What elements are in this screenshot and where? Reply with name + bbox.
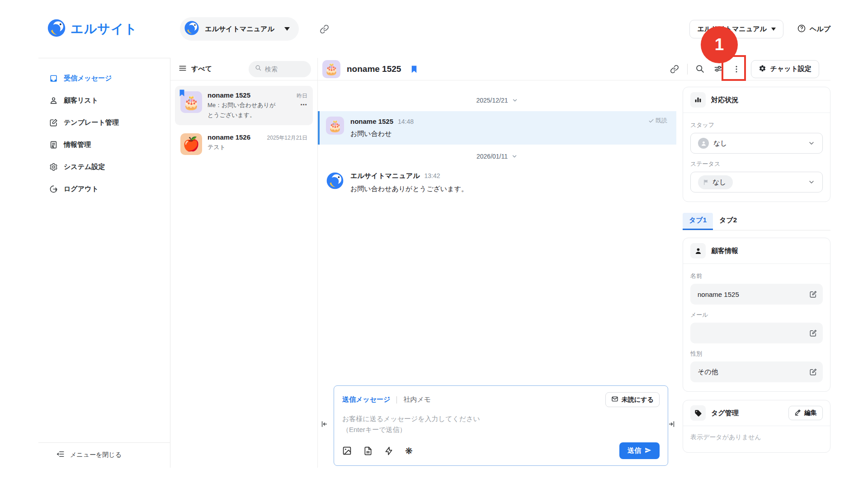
- message-input[interactable]: お客様に送るメッセージを入力してください （Enterキーで送信）: [342, 413, 660, 442]
- edit-icon[interactable]: [809, 329, 817, 337]
- date-divider[interactable]: 2026/01/11: [318, 153, 676, 160]
- chat-item-content: noname 1525 昨日 Me：お問い合わせありが ⋯ とうございます。: [208, 91, 307, 120]
- customer-card-title: 顧客情報: [711, 247, 738, 255]
- collapse-menu-label: メニューを閉じる: [70, 451, 122, 459]
- template-icon: [49, 118, 58, 127]
- name-label: 名前: [690, 272, 823, 280]
- chevron-down-icon: [808, 178, 815, 186]
- message-area: 2025/12/21 🎂 noname 1525 14:48: [318, 80, 676, 468]
- sidebar-item-label: システム設定: [64, 163, 105, 171]
- search-icon[interactable]: [691, 60, 709, 78]
- attach-file-icon[interactable]: [363, 446, 373, 455]
- message-time: 13:42: [425, 172, 440, 179]
- name-field: noname 1525: [690, 284, 823, 305]
- chat-toolbar: チャット設定: [665, 60, 819, 78]
- staff-select[interactable]: なし: [690, 133, 823, 154]
- help-label: ヘルプ: [810, 25, 830, 33]
- info-doc-icon: [49, 141, 58, 149]
- chevron-down-icon: [284, 27, 290, 31]
- copy-link-icon[interactable]: [320, 24, 329, 34]
- person-circle-icon: [698, 138, 709, 149]
- send-label: 送信: [627, 446, 641, 455]
- person-icon: [690, 243, 706, 258]
- more-options-icon[interactable]: ⋯: [300, 101, 307, 109]
- filter-sliders-icon[interactable]: [709, 60, 727, 78]
- message-row[interactable]: 🎂 noname 1525 14:48 既読 お問い: [318, 111, 676, 145]
- account-selector[interactable]: エルサイトマニュアル: [689, 20, 783, 38]
- hamburger-icon: [179, 64, 187, 74]
- filter-all-label: すべて: [191, 65, 212, 73]
- avatar: 🎂: [180, 91, 202, 113]
- chat-items: 🎂 noname 1525 昨日 Me：お問い合わせありが ⋯: [170, 80, 317, 166]
- conversation-column: 🎂 noname 1525: [318, 58, 830, 468]
- chat-list-item[interactable]: 🎂 noname 1525 昨日 Me：お問い合わせありが ⋯: [175, 86, 313, 125]
- quick-action-bolt-icon[interactable]: [384, 446, 393, 455]
- tag-edit-button[interactable]: 編集: [788, 406, 823, 420]
- collapse-right-icon[interactable]: [668, 420, 675, 430]
- chat-settings-button[interactable]: チャット設定: [751, 60, 819, 78]
- chat-item-time: 2025年12月21日: [267, 134, 307, 142]
- divider: [396, 396, 397, 404]
- sidebar-item-settings[interactable]: システム設定: [38, 156, 170, 178]
- status-select[interactable]: なし: [690, 172, 823, 192]
- bookmark-icon[interactable]: [410, 65, 418, 73]
- sidebar-item-info[interactable]: 情報管理: [38, 134, 170, 156]
- chat-item-time: 昨日: [297, 92, 307, 100]
- read-label: 既読: [656, 117, 667, 125]
- message-sender: エルサイトマニュアル: [350, 172, 420, 180]
- avatar-emoji: 🍎: [183, 136, 199, 152]
- sidebar-item-inbox[interactable]: 受信メッセージ: [38, 67, 170, 89]
- composer-placeholder: お客様に送るメッセージを入力してください: [342, 413, 660, 424]
- help-icon: [797, 24, 806, 34]
- gender-label: 性別: [690, 350, 823, 358]
- gear-icon: [759, 65, 766, 74]
- name-value: noname 1525: [698, 291, 739, 298]
- person-icon: [49, 96, 58, 105]
- staff-label: スタッフ: [690, 121, 823, 129]
- send-button[interactable]: 送信: [619, 442, 660, 459]
- help-button[interactable]: ヘルプ: [797, 24, 830, 34]
- top-header: エルサイト エルサイトマニュアル エルサイトマニュアル ヘルプ: [0, 0, 868, 58]
- message-row[interactable]: エルサイトマニュアル 13:42 お問い合わせありがとうございます。: [318, 166, 676, 200]
- collapse-left-icon[interactable]: [321, 420, 328, 430]
- tag-icon: [690, 405, 706, 421]
- collapse-menu-button[interactable]: メニューを閉じる: [38, 442, 170, 468]
- sidebar-item-customers[interactable]: 顧客リスト: [38, 89, 170, 112]
- tag-empty-text: 表示データがありません: [683, 426, 830, 452]
- ai-assistant-icon[interactable]: ❋: [405, 446, 413, 455]
- tab-1[interactable]: タブ1: [683, 213, 713, 230]
- chat-list-item[interactable]: 🍎 noname 1526 2025年12月21日 テスト: [175, 128, 313, 160]
- email-field: [690, 323, 823, 343]
- attach-image-icon[interactable]: [342, 446, 352, 455]
- edit-icon[interactable]: [809, 290, 817, 298]
- tab-2[interactable]: タブ2: [713, 213, 743, 230]
- kebab-menu-icon[interactable]: [727, 60, 745, 78]
- workspace-selector[interactable]: エルサイトマニュアル: [180, 17, 299, 41]
- date-divider[interactable]: 2025/12/21: [318, 97, 676, 104]
- chat-avatar: 🎂: [322, 60, 340, 78]
- check-icon: [648, 118, 654, 124]
- avatar-emoji: 🎂: [324, 62, 338, 75]
- filter-all-button[interactable]: すべて: [179, 64, 212, 74]
- message-text: お問い合わせ: [350, 130, 667, 138]
- status-label: ステータス: [690, 160, 823, 168]
- composer-tab-memo[interactable]: 社内メモ: [403, 395, 431, 404]
- chevron-down-icon: [808, 140, 815, 147]
- sidebar-item-templates[interactable]: テンプレート管理: [38, 112, 170, 134]
- message-text: お問い合わせありがとうございます。: [350, 185, 667, 193]
- sidebar-item-logout[interactable]: ログアウト: [38, 178, 170, 200]
- logo-text: エルサイト: [71, 20, 137, 38]
- composer-tab-send[interactable]: 送信メッセージ: [342, 395, 390, 404]
- inbox-icon: [49, 74, 58, 83]
- edit-icon[interactable]: [809, 368, 817, 376]
- link-icon[interactable]: [665, 60, 684, 78]
- tag-card-title: タグ管理: [711, 409, 739, 418]
- status-card: 対応状況 スタッフ なし: [683, 87, 830, 202]
- bookmark-icon: [178, 89, 186, 97]
- gender-field: その他: [690, 361, 823, 382]
- search-input[interactable]: [265, 66, 306, 73]
- mark-unread-button[interactable]: 未読にする: [605, 392, 660, 407]
- chat-search[interactable]: [249, 61, 311, 77]
- account-name: エルサイトマニュアル: [697, 25, 767, 33]
- status-value: なし: [712, 178, 726, 187]
